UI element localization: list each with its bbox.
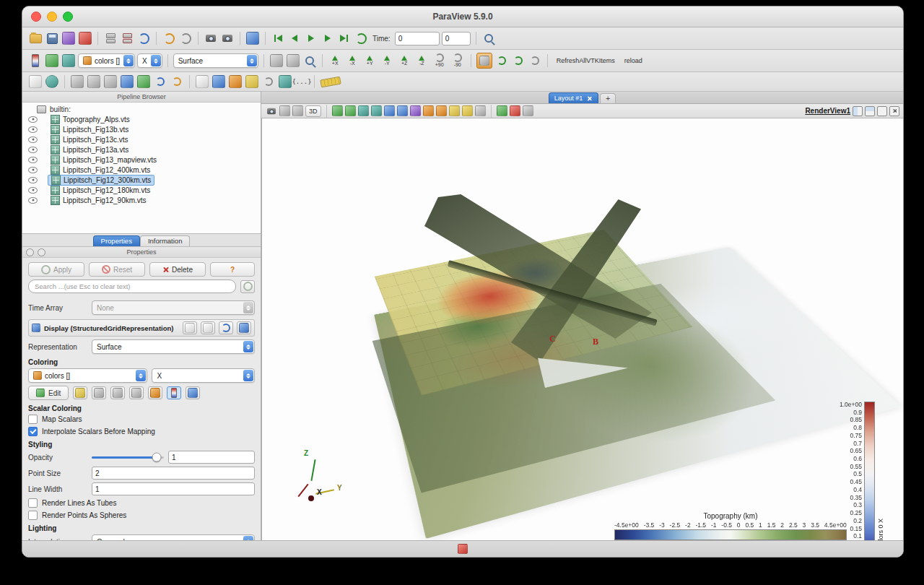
opacity-input[interactable] xyxy=(168,451,255,464)
group-datasets-icon[interactable] xyxy=(87,74,101,89)
dock-close-icon[interactable] xyxy=(38,248,45,256)
pipeline-item[interactable]: Lippitsch_Fig12_180km.vts xyxy=(22,185,261,195)
visibility-eye-icon[interactable] xyxy=(28,147,38,153)
search-input[interactable] xyxy=(28,280,236,293)
pipeline-list[interactable]: builtin: Topography_Alps.vts Lippitsch_F… xyxy=(22,103,261,233)
trash-icon[interactable] xyxy=(523,105,533,116)
visibility-eye-icon[interactable] xyxy=(28,167,38,173)
visibility-eye-icon[interactable] xyxy=(28,116,38,123)
save-display-icon[interactable] xyxy=(237,321,251,334)
connect-server-icon[interactable] xyxy=(103,31,118,46)
interactive-select-points-icon[interactable] xyxy=(436,105,447,116)
set-view-minus-x-button[interactable]: -X xyxy=(345,53,360,69)
interpolation-combo[interactable]: Gouraud xyxy=(92,534,255,540)
line-chart-view-icon[interactable] xyxy=(228,74,243,89)
opacity-slider[interactable] xyxy=(92,456,164,459)
maximize-view-icon[interactable] xyxy=(877,106,887,116)
representation-combo-props[interactable]: Surface xyxy=(92,339,255,354)
view-screenshot-icon[interactable] xyxy=(265,105,277,117)
reset-center-icon[interactable] xyxy=(494,53,509,68)
next-frame-icon[interactable] xyxy=(321,31,335,46)
extract-block-icon[interactable] xyxy=(70,74,84,89)
edit-color-legend-icon[interactable] xyxy=(186,386,200,399)
camera-redo-icon[interactable] xyxy=(220,31,235,46)
set-view-plus-x-button[interactable]: +X xyxy=(328,53,343,69)
pipeline-item[interactable]: Lippitsch_Fig13c.vts xyxy=(22,134,261,144)
interactive-select-cells-icon[interactable] xyxy=(423,105,434,116)
show-center-axes-icon[interactable] xyxy=(476,53,492,69)
select-block-icon[interactable] xyxy=(410,105,421,116)
open-file-icon[interactable] xyxy=(28,31,43,46)
visibility-eye-icon[interactable] xyxy=(28,177,38,183)
zoom-in-icon[interactable] xyxy=(497,105,507,116)
macro-refreshallvtkitems-button[interactable]: RefreshAllVTKItems xyxy=(553,56,619,65)
tab-information[interactable]: Information xyxy=(140,235,191,246)
visibility-eye-icon[interactable] xyxy=(28,197,38,204)
ruler-icon[interactable] xyxy=(320,74,341,89)
close-window-button[interactable] xyxy=(31,12,41,22)
interaction-mode-toggle[interactable]: 3D xyxy=(305,105,321,117)
help-button[interactable]: ? xyxy=(210,262,255,277)
pipeline-item[interactable]: Lippitsch_Fig12_90km.vts xyxy=(22,195,261,205)
cube-axes-icon[interactable] xyxy=(120,74,134,89)
layout-tab[interactable]: Layout #1 xyxy=(549,92,599,103)
sphere-widget-icon[interactable] xyxy=(153,74,167,89)
line-width-input[interactable] xyxy=(92,482,255,495)
set-view-plus-y-button[interactable]: +Y xyxy=(362,53,378,69)
ungroup-icon[interactable] xyxy=(103,74,118,89)
zoom-out-icon[interactable] xyxy=(510,105,520,116)
hover-points-icon[interactable] xyxy=(462,105,473,116)
select-cells-grid-icon[interactable] xyxy=(195,74,209,89)
apply-button[interactable]: Apply xyxy=(28,262,84,277)
add-layout-tab[interactable]: + xyxy=(600,93,616,103)
macro-reload-button[interactable]: reload xyxy=(621,56,646,65)
split-vertical-icon[interactable] xyxy=(865,106,875,116)
display-section-header[interactable]: Display (StructuredGridRepresentation) xyxy=(28,319,255,337)
visibility-eye-icon[interactable] xyxy=(28,187,38,194)
component-combo[interactable]: X xyxy=(137,53,162,68)
auto-apply-icon[interactable] xyxy=(245,31,260,46)
frame-index-input[interactable] xyxy=(442,32,471,46)
last-frame-icon[interactable] xyxy=(337,31,352,46)
orientation-widget-icon[interactable] xyxy=(136,74,151,89)
time-value-input[interactable] xyxy=(395,32,440,46)
rescale-custom-icon[interactable] xyxy=(92,386,106,399)
edit-color-map-button[interactable]: Edit xyxy=(28,386,69,400)
histogram-view-icon[interactable] xyxy=(212,74,226,89)
camera-undo-icon[interactable] xyxy=(204,31,218,46)
select-frustum-points-icon[interactable] xyxy=(371,105,382,116)
previous-frame-icon[interactable] xyxy=(287,31,302,46)
coloring-component-combo[interactable]: X xyxy=(152,368,255,383)
set-view-minus-z-button[interactable]: -Z xyxy=(414,53,430,69)
first-frame-icon[interactable] xyxy=(271,31,285,46)
render-lines-tubes-checkbox[interactable] xyxy=(28,498,38,508)
pipeline-item[interactable]: Lippitsch_Fig12_400km.vts xyxy=(22,165,261,175)
show-orientation-axes-icon[interactable] xyxy=(528,53,542,68)
temporal-interpolator-icon[interactable] xyxy=(261,74,276,89)
pipeline-item[interactable]: Lippitsch_Fig13b.vts xyxy=(22,124,261,134)
pipeline-item[interactable]: Topography_Alps.vts xyxy=(22,114,261,124)
reset-camera-icon[interactable] xyxy=(269,53,284,68)
undo-icon[interactable] xyxy=(162,31,176,46)
reset-session-icon[interactable] xyxy=(136,31,151,46)
render-points-spheres-checkbox[interactable] xyxy=(28,511,38,520)
time-array-combo[interactable]: None xyxy=(92,300,255,315)
save-animation-icon[interactable] xyxy=(78,31,92,46)
dock-float-icon[interactable] xyxy=(26,248,34,256)
rotate-90-cw-button[interactable]: +90 xyxy=(432,53,448,69)
edit-source-icon[interactable] xyxy=(245,74,259,89)
globe-icon[interactable] xyxy=(45,74,59,89)
loop-icon[interactable] xyxy=(354,31,368,46)
use-separate-colormap-icon[interactable] xyxy=(61,53,76,68)
paste-display-icon[interactable] xyxy=(201,321,215,334)
toggle-color-legend-icon[interactable] xyxy=(28,53,43,68)
split-horizontal-icon[interactable] xyxy=(853,106,863,116)
pipeline-root-item[interactable]: builtin: xyxy=(22,104,261,114)
pick-center-icon[interactable] xyxy=(511,53,526,68)
connection-status-icon[interactable] xyxy=(458,544,468,554)
save-screenshot-icon[interactable] xyxy=(61,31,76,46)
pipeline-item[interactable]: Lippitsch_Fig13a.vts xyxy=(22,144,261,155)
visibility-eye-icon[interactable] xyxy=(28,136,38,143)
rescale-to-data-icon[interactable] xyxy=(73,386,87,399)
copy-display-icon[interactable] xyxy=(183,321,197,334)
